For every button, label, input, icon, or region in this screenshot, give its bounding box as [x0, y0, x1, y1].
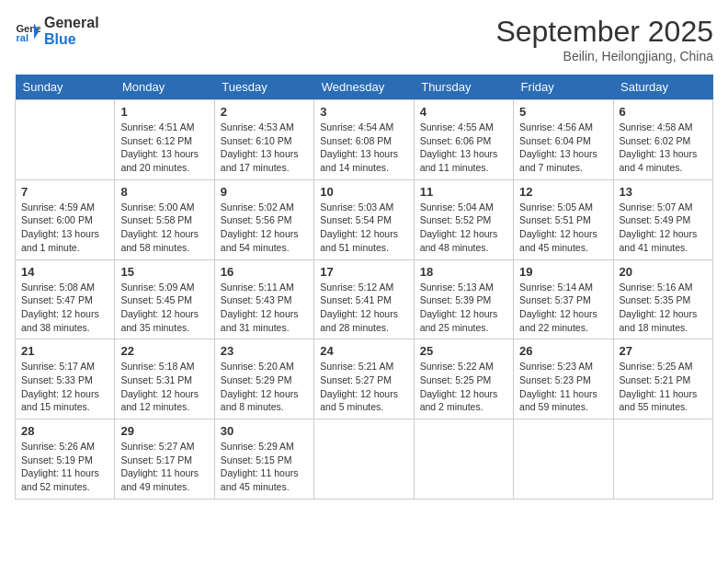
day-number: 10 — [320, 185, 407, 199]
calendar-cell — [414, 419, 513, 500]
weekday-header-friday: Friday — [514, 75, 613, 100]
day-info: Sunrise: 5:29 AM Sunset: 5:15 PM Dayligh… — [221, 440, 308, 494]
calendar-cell: 22Sunrise: 5:18 AM Sunset: 5:31 PM Dayli… — [115, 339, 214, 419]
day-info: Sunrise: 5:27 AM Sunset: 5:17 PM Dayligh… — [120, 440, 208, 494]
day-info: Sunrise: 5:11 AM Sunset: 5:43 PM Dayligh… — [221, 281, 308, 335]
day-info: Sunrise: 5:25 AM Sunset: 5:21 PM Dayligh… — [620, 360, 707, 414]
day-number: 3 — [320, 105, 407, 119]
location-subtitle: Beilin, Heilongjiang, China — [495, 49, 713, 63]
day-info: Sunrise: 5:14 AM Sunset: 5:37 PM Dayligh… — [519, 281, 607, 335]
day-number: 8 — [120, 185, 208, 199]
day-info: Sunrise: 5:21 AM Sunset: 5:27 PM Dayligh… — [320, 360, 407, 414]
calendar-header: SundayMondayTuesdayWednesdayThursdayFrid… — [16, 75, 713, 100]
day-info: Sunrise: 4:51 AM Sunset: 6:12 PM Dayligh… — [120, 121, 208, 175]
calendar-cell: 18Sunrise: 5:13 AM Sunset: 5:39 PM Dayli… — [414, 259, 513, 339]
day-info: Sunrise: 5:22 AM Sunset: 5:25 PM Dayligh… — [420, 360, 507, 414]
day-number: 4 — [420, 105, 507, 119]
day-number: 29 — [120, 424, 208, 438]
day-info: Sunrise: 5:09 AM Sunset: 5:45 PM Dayligh… — [120, 281, 208, 335]
day-info: Sunrise: 4:56 AM Sunset: 6:04 PM Dayligh… — [519, 121, 607, 175]
calendar-cell: 2Sunrise: 4:53 AM Sunset: 6:10 PM Daylig… — [214, 100, 313, 180]
day-number: 11 — [420, 185, 507, 199]
calendar-cell — [613, 419, 712, 500]
day-info: Sunrise: 5:12 AM Sunset: 5:41 PM Dayligh… — [320, 281, 407, 335]
day-number: 13 — [620, 185, 707, 199]
calendar-cell — [514, 419, 613, 500]
day-info: Sunrise: 5:03 AM Sunset: 5:54 PM Dayligh… — [320, 201, 407, 255]
title-block: September 2025 Beilin, Heilongjiang, Chi… — [495, 15, 713, 63]
day-number: 2 — [221, 105, 308, 119]
day-info: Sunrise: 5:20 AM Sunset: 5:29 PM Dayligh… — [221, 360, 308, 414]
calendar-cell: 19Sunrise: 5:14 AM Sunset: 5:37 PM Dayli… — [514, 259, 613, 339]
calendar-cell: 14Sunrise: 5:08 AM Sunset: 5:47 PM Dayli… — [16, 259, 115, 339]
page-header: Gene ral General Blue September 2025 Bei… — [15, 15, 713, 63]
calendar-cell: 15Sunrise: 5:09 AM Sunset: 5:45 PM Dayli… — [115, 259, 214, 339]
calendar-week-1: 1Sunrise: 4:51 AM Sunset: 6:12 PM Daylig… — [16, 100, 713, 180]
calendar-table: SundayMondayTuesdayWednesdayThursdayFrid… — [15, 75, 713, 500]
logo-text-general: General — [44, 15, 99, 31]
calendar-cell: 27Sunrise: 5:25 AM Sunset: 5:21 PM Dayli… — [613, 339, 712, 419]
day-number: 16 — [221, 265, 308, 279]
day-number: 7 — [21, 185, 108, 199]
weekday-header-thursday: Thursday — [414, 75, 513, 100]
calendar-cell — [16, 100, 115, 180]
weekday-header-sunday: Sunday — [16, 75, 115, 100]
day-number: 6 — [620, 105, 707, 119]
calendar-cell: 4Sunrise: 4:55 AM Sunset: 6:06 PM Daylig… — [414, 100, 513, 180]
day-number: 19 — [519, 265, 607, 279]
day-info: Sunrise: 4:59 AM Sunset: 6:00 PM Dayligh… — [21, 201, 108, 255]
day-number: 30 — [221, 424, 308, 438]
day-info: Sunrise: 5:26 AM Sunset: 5:19 PM Dayligh… — [21, 440, 108, 494]
weekday-header-wednesday: Wednesday — [314, 75, 414, 100]
calendar-cell: 21Sunrise: 5:17 AM Sunset: 5:33 PM Dayli… — [16, 339, 115, 419]
calendar-week-5: 28Sunrise: 5:26 AM Sunset: 5:19 PM Dayli… — [16, 419, 713, 500]
day-number: 28 — [21, 424, 108, 438]
calendar-cell: 11Sunrise: 5:04 AM Sunset: 5:52 PM Dayli… — [414, 179, 513, 259]
calendar-week-4: 21Sunrise: 5:17 AM Sunset: 5:33 PM Dayli… — [16, 339, 713, 419]
calendar-cell: 1Sunrise: 4:51 AM Sunset: 6:12 PM Daylig… — [115, 100, 214, 180]
day-number: 9 — [221, 185, 308, 199]
weekday-header-tuesday: Tuesday — [214, 75, 313, 100]
day-info: Sunrise: 5:13 AM Sunset: 5:39 PM Dayligh… — [420, 281, 507, 335]
day-number: 17 — [320, 265, 407, 279]
calendar-cell: 5Sunrise: 4:56 AM Sunset: 6:04 PM Daylig… — [514, 100, 613, 180]
calendar-week-2: 7Sunrise: 4:59 AM Sunset: 6:00 PM Daylig… — [16, 179, 713, 259]
day-number: 27 — [620, 344, 707, 358]
day-info: Sunrise: 5:18 AM Sunset: 5:31 PM Dayligh… — [120, 360, 208, 414]
day-number: 1 — [120, 105, 208, 119]
month-title: September 2025 — [495, 15, 713, 49]
day-info: Sunrise: 5:16 AM Sunset: 5:35 PM Dayligh… — [620, 281, 707, 335]
calendar-cell — [314, 419, 414, 500]
day-info: Sunrise: 5:08 AM Sunset: 5:47 PM Dayligh… — [21, 281, 108, 335]
day-info: Sunrise: 5:23 AM Sunset: 5:23 PM Dayligh… — [519, 360, 607, 414]
calendar-cell: 20Sunrise: 5:16 AM Sunset: 5:35 PM Dayli… — [613, 259, 712, 339]
calendar-cell: 17Sunrise: 5:12 AM Sunset: 5:41 PM Dayli… — [314, 259, 414, 339]
calendar-cell: 3Sunrise: 4:54 AM Sunset: 6:08 PM Daylig… — [314, 100, 414, 180]
calendar-cell: 8Sunrise: 5:00 AM Sunset: 5:58 PM Daylig… — [115, 179, 214, 259]
day-info: Sunrise: 4:54 AM Sunset: 6:08 PM Dayligh… — [320, 121, 407, 175]
day-info: Sunrise: 5:00 AM Sunset: 5:58 PM Dayligh… — [120, 201, 208, 255]
calendar-cell: 24Sunrise: 5:21 AM Sunset: 5:27 PM Dayli… — [314, 339, 414, 419]
logo: Gene ral General Blue — [15, 15, 99, 48]
calendar-cell: 23Sunrise: 5:20 AM Sunset: 5:29 PM Dayli… — [214, 339, 313, 419]
day-number: 20 — [620, 265, 707, 279]
day-info: Sunrise: 4:55 AM Sunset: 6:06 PM Dayligh… — [420, 121, 507, 175]
calendar-cell: 7Sunrise: 4:59 AM Sunset: 6:00 PM Daylig… — [16, 179, 115, 259]
day-number: 26 — [519, 344, 607, 358]
calendar-cell: 9Sunrise: 5:02 AM Sunset: 5:56 PM Daylig… — [214, 179, 313, 259]
calendar-cell: 25Sunrise: 5:22 AM Sunset: 5:25 PM Dayli… — [414, 339, 513, 419]
day-number: 22 — [120, 344, 208, 358]
calendar-week-3: 14Sunrise: 5:08 AM Sunset: 5:47 PM Dayli… — [16, 259, 713, 339]
day-info: Sunrise: 5:05 AM Sunset: 5:51 PM Dayligh… — [519, 201, 607, 255]
day-info: Sunrise: 5:07 AM Sunset: 5:49 PM Dayligh… — [620, 201, 707, 255]
logo-icon: Gene ral — [15, 18, 40, 44]
day-info: Sunrise: 4:53 AM Sunset: 6:10 PM Dayligh… — [221, 121, 308, 175]
svg-text:ral: ral — [16, 32, 28, 43]
day-info: Sunrise: 4:58 AM Sunset: 6:02 PM Dayligh… — [620, 121, 707, 175]
calendar-cell: 29Sunrise: 5:27 AM Sunset: 5:17 PM Dayli… — [115, 419, 214, 500]
calendar-cell: 13Sunrise: 5:07 AM Sunset: 5:49 PM Dayli… — [613, 179, 712, 259]
day-number: 25 — [420, 344, 507, 358]
calendar-cell: 6Sunrise: 4:58 AM Sunset: 6:02 PM Daylig… — [613, 100, 712, 180]
day-number: 14 — [21, 265, 108, 279]
weekday-header-monday: Monday — [115, 75, 214, 100]
